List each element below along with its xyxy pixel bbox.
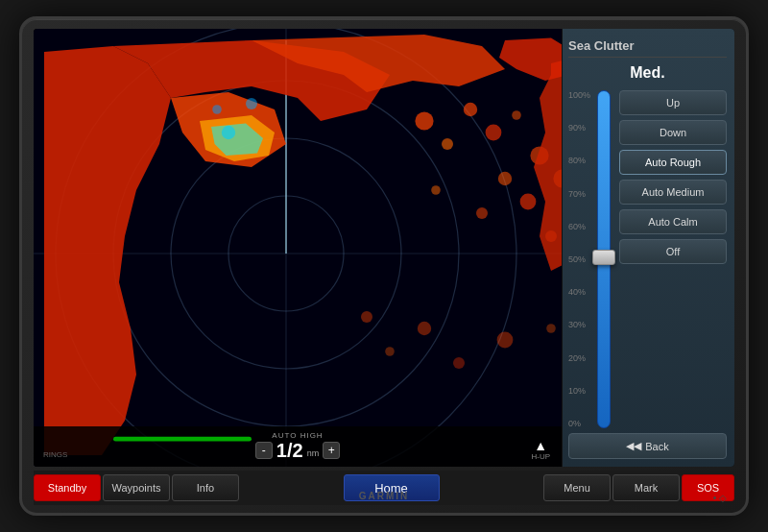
slider-track[interactable] — [597, 90, 611, 428]
svg-point-22 — [246, 98, 257, 109]
svg-point-23 — [361, 311, 372, 323]
radar-svg — [34, 29, 562, 467]
distance-unit: nm — [307, 448, 320, 458]
auto-rough-button[interactable]: Auto Rough — [619, 150, 727, 175]
up-button[interactable]: Up — [619, 90, 727, 115]
device-frame: AUTO HIGH RINGS - 1/2 nm + ▲ H-UP Sea Cl… — [19, 16, 749, 516]
slider-thumb[interactable] — [592, 250, 615, 265]
svg-point-28 — [546, 324, 556, 333]
off-button[interactable]: Off — [619, 239, 727, 264]
mark-button[interactable]: Mark — [612, 474, 680, 501]
brand-label: GARMIN — [359, 491, 410, 501]
distance-decrease-button[interactable]: - — [255, 442, 273, 459]
auto-medium-button[interactable]: Auto Medium — [619, 180, 727, 205]
svg-point-14 — [498, 172, 512, 185]
percentage-labels: 100% 90% 80% 70% 60% 50% 40% 30% 20% 10%… — [568, 90, 590, 428]
slider-column — [594, 90, 613, 428]
rings-label: RINGS — [43, 450, 67, 459]
sea-clutter-panel: Sea Clutter Med. 100% 90% 80% 70% 60% 50… — [562, 29, 734, 467]
down-button[interactable]: Down — [619, 120, 727, 145]
svg-point-17 — [520, 194, 537, 210]
svg-point-15 — [431, 185, 441, 195]
distance-increase-button[interactable]: + — [323, 442, 340, 459]
svg-point-21 — [212, 105, 222, 114]
auto-calm-button[interactable]: Auto Calm — [619, 209, 727, 234]
slider-section: 100% 90% 80% 70% 60% 50% 40% 30% 20% 10%… — [568, 90, 727, 428]
svg-point-25 — [418, 322, 431, 335]
panel-title: Sea Clutter — [568, 36, 727, 58]
svg-point-8 — [415, 111, 433, 130]
svg-point-20 — [222, 126, 235, 139]
svg-point-16 — [476, 207, 488, 219]
back-label: Back — [645, 441, 668, 452]
svg-point-9 — [442, 138, 453, 150]
distance-value: 1/2 — [276, 441, 303, 460]
back-arrow-icon: ◀◀ — [626, 440, 641, 452]
svg-point-11 — [486, 125, 502, 141]
back-button[interactable]: ◀◀ Back — [568, 433, 727, 459]
standby-button[interactable]: Standby — [34, 474, 101, 501]
auto-high-label: AUTO HIGH — [272, 431, 323, 440]
orientation-arrow-icon: ▲ — [534, 439, 547, 452]
screen-area: AUTO HIGH RINGS - 1/2 nm + ▲ H-UP Sea Cl… — [34, 29, 734, 467]
svg-point-10 — [464, 103, 477, 116]
svg-point-26 — [453, 357, 465, 369]
svg-point-24 — [385, 347, 395, 356]
orientation-label: H-UP — [531, 452, 550, 461]
waypoints-button[interactable]: Waypoints — [103, 474, 170, 501]
dot-indicator: • ◇ — [713, 493, 727, 503]
svg-point-27 — [497, 332, 514, 349]
info-button[interactable]: Info — [172, 474, 239, 501]
radar-display: AUTO HIGH RINGS - 1/2 nm + ▲ H-UP — [34, 29, 562, 467]
current-value: Med. — [568, 64, 727, 82]
menu-button[interactable]: Menu — [543, 474, 611, 501]
svg-point-12 — [512, 110, 521, 120]
mode-buttons: Up Down Auto Rough Auto Medium Auto Calm… — [619, 90, 727, 428]
